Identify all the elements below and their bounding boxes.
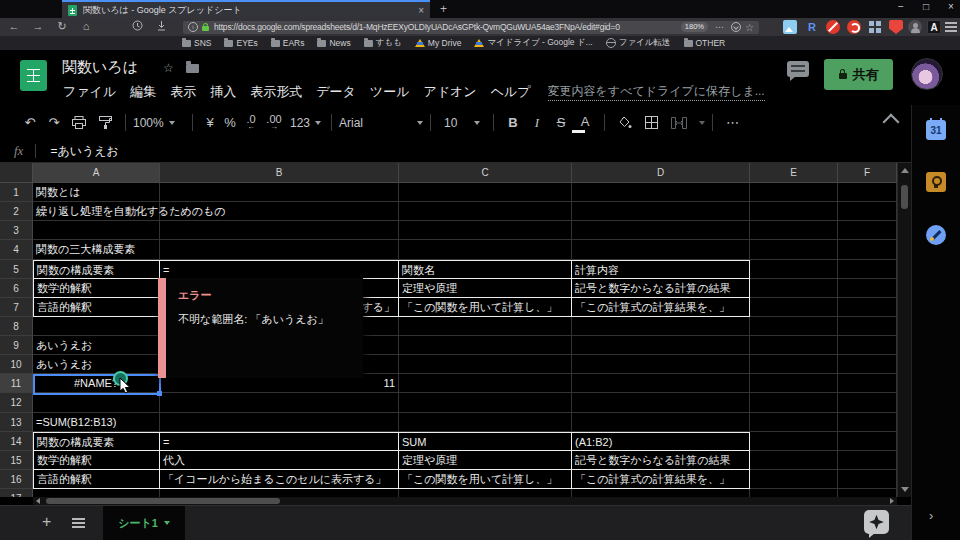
cell-F6[interactable] xyxy=(838,279,897,298)
row-header-4[interactable]: 4 xyxy=(0,240,33,259)
cell-D4[interactable] xyxy=(572,240,750,259)
cell-C1[interactable] xyxy=(399,183,572,202)
fill-color-icon[interactable] xyxy=(612,116,638,129)
extension-a-icon[interactable]: A xyxy=(927,20,941,34)
page-actions-icon[interactable]: ⋯ xyxy=(715,22,724,32)
cell-C2[interactable] xyxy=(399,202,572,221)
url-text[interactable]: https://docs.google.com/spreadsheets/d/1… xyxy=(214,22,677,32)
new-tab-button[interactable]: + xyxy=(440,2,447,16)
row-header-10[interactable]: 10 xyxy=(0,355,33,374)
col-header-A[interactable]: A xyxy=(33,163,160,183)
cell-F8[interactable] xyxy=(838,317,897,336)
extension-red-icon[interactable] xyxy=(847,20,861,34)
account-icon[interactable] xyxy=(908,20,922,34)
bold-button[interactable]: B xyxy=(501,115,525,130)
row-header-16[interactable]: 16 xyxy=(0,470,33,489)
extension-grid-icon[interactable] xyxy=(868,20,882,34)
save-status[interactable]: 変更内容をすべてドライブに保存しま... xyxy=(548,83,765,101)
font-size-select[interactable]: 10 xyxy=(438,116,486,130)
formula-input[interactable]: =あいうえお xyxy=(50,143,118,160)
keep-icon[interactable] xyxy=(926,172,946,192)
cell-C15[interactable]: 定理や原理 xyxy=(399,451,572,470)
cell-A3[interactable] xyxy=(33,221,160,240)
share-button[interactable]: 共有 xyxy=(824,59,893,90)
cell-C16[interactable]: 「この関数を用いて計算し、」 xyxy=(399,470,572,489)
cell-F4[interactable] xyxy=(838,240,897,259)
cell-F7[interactable] xyxy=(838,298,897,317)
row-header-14[interactable]: 14 xyxy=(0,432,33,451)
downloads-icon[interactable] xyxy=(156,20,172,31)
cell-D9[interactable] xyxy=(572,336,750,355)
cell-D16[interactable]: 「この計算式の計算結果を、」 xyxy=(572,470,750,489)
cell-C14[interactable]: SUM xyxy=(399,432,572,451)
scroll-left-icon[interactable] xyxy=(36,498,40,504)
bookmark-item[interactable]: すもも xyxy=(364,37,402,49)
extension-r-icon[interactable]: R xyxy=(805,20,819,34)
cell-A17[interactable] xyxy=(33,489,160,497)
spreadsheet-grid[interactable]: ABCDEF1関数とは2繰り返し処理を自動化するためのもの34関数の三大構成要素… xyxy=(0,163,897,497)
cell-F17[interactable] xyxy=(838,489,897,497)
reload-icon[interactable]: ↻ xyxy=(54,20,70,33)
star-document-icon[interactable]: ☆ xyxy=(163,61,174,75)
window-maximize-button[interactable]: □ xyxy=(915,1,937,12)
row-header-12[interactable]: 12 xyxy=(0,393,33,412)
scroll-down-icon[interactable] xyxy=(901,487,909,492)
history-clock-icon[interactable] xyxy=(132,20,148,31)
row-header-5[interactable]: 5 xyxy=(0,260,33,279)
merge-cells-icon[interactable] xyxy=(664,117,694,129)
cell-B12[interactable] xyxy=(160,393,399,412)
tab-close-icon[interactable]: × xyxy=(418,5,424,16)
text-color-button[interactable]: A xyxy=(573,114,597,131)
cell-B17[interactable] xyxy=(160,489,399,497)
decrease-decimal-button[interactable]: .0← xyxy=(240,115,262,130)
cell-F3[interactable] xyxy=(838,221,897,240)
cell-E17[interactable] xyxy=(750,489,838,497)
forward-icon[interactable]: → xyxy=(30,20,46,32)
cell-D8[interactable] xyxy=(572,317,750,336)
all-sheets-icon[interactable] xyxy=(72,518,85,530)
menu-hamburger-icon[interactable] xyxy=(945,22,957,32)
cell-D6[interactable]: 記号と数字からなる計算の結果 xyxy=(572,279,750,298)
pocket-icon[interactable] xyxy=(731,22,741,32)
increase-decimal-button[interactable]: .00→ xyxy=(262,115,286,130)
fill-handle[interactable] xyxy=(157,391,162,396)
cell-D1[interactable] xyxy=(572,183,750,202)
bookmark-item[interactable]: マイドライブ - Google ド... xyxy=(474,37,592,49)
row-header-3[interactable]: 3 xyxy=(0,221,33,240)
bookmark-star-icon[interactable]: ☆ xyxy=(745,22,754,33)
cell-B3[interactable] xyxy=(160,221,399,240)
sheets-logo-icon[interactable] xyxy=(20,60,47,91)
cell-A1[interactable]: 関数とは xyxy=(33,183,160,202)
cell-A16[interactable]: 言語的解釈 xyxy=(33,470,160,489)
cell-A8[interactable] xyxy=(33,317,160,336)
cell-C6[interactable]: 定理や原理 xyxy=(399,279,572,298)
row-header-6[interactable]: 6 xyxy=(0,279,33,298)
cell-A6[interactable]: 数学的解釈 xyxy=(33,279,160,298)
cell-F5[interactable] xyxy=(838,260,897,279)
bookmark-item[interactable]: News xyxy=(317,38,350,48)
cell-D13[interactable] xyxy=(572,413,750,432)
side-panel-expand-icon[interactable]: › xyxy=(929,508,933,523)
col-header-B[interactable]: B xyxy=(160,163,399,183)
scroll-up-icon[interactable] xyxy=(901,168,909,173)
menu-item[interactable]: 挿入 xyxy=(203,83,243,101)
browser-tab[interactable]: 関数いろは - Google スプレッドシート × xyxy=(62,0,430,18)
cell-C5[interactable]: 関数名 xyxy=(399,260,572,279)
cell-A13[interactable]: =SUM(B12:B13) xyxy=(33,413,160,432)
cell-E4[interactable] xyxy=(750,240,838,259)
row-header-11[interactable]: 11 xyxy=(0,374,33,393)
window-close-button[interactable]: × xyxy=(940,1,960,12)
more-toolbar-icon[interactable]: ⋯ xyxy=(720,115,746,130)
sheet-tab-menu-icon[interactable] xyxy=(164,521,170,525)
menu-item[interactable]: 編集 xyxy=(123,83,163,101)
cell-D5[interactable]: 計算内容 xyxy=(572,260,750,279)
cell-E8[interactable] xyxy=(750,317,838,336)
cell-C8[interactable] xyxy=(399,317,572,336)
cell-D14[interactable]: (A1:B2) xyxy=(572,432,750,451)
cell-A2[interactable]: 繰り返し処理を自動化するためのもの xyxy=(33,202,160,221)
cell-E12[interactable] xyxy=(750,393,838,412)
cell-D2[interactable] xyxy=(572,202,750,221)
cell-E3[interactable] xyxy=(750,221,838,240)
borders-icon[interactable] xyxy=(638,116,664,129)
cell-B1[interactable] xyxy=(160,183,399,202)
